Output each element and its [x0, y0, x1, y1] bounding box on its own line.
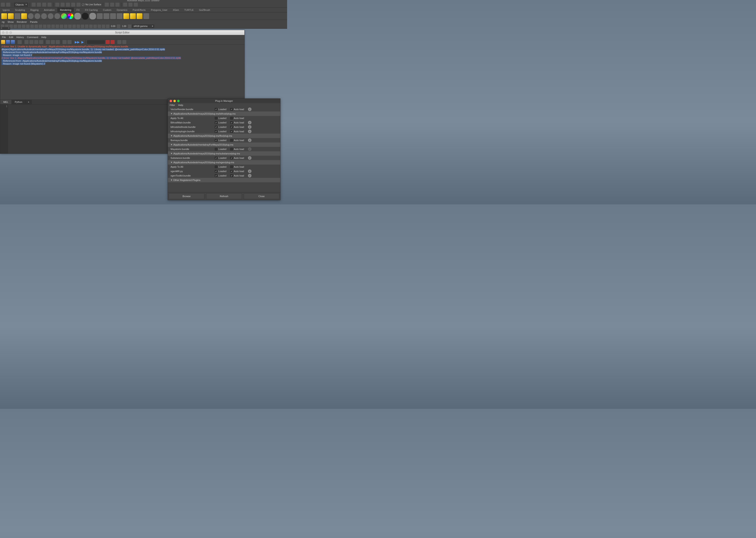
view-icon[interactable] [81, 25, 84, 28]
save-icon[interactable] [6, 40, 10, 44]
execute-all-icon[interactable]: ▶▶ [74, 40, 80, 44]
shelf-tab-custom[interactable]: Custom [100, 8, 114, 12]
clapper-icon[interactable] [104, 13, 109, 19]
goto-icon[interactable] [118, 40, 122, 44]
tab-mel[interactable]: MEL [0, 100, 12, 104]
shelf-tab-turtle[interactable]: TURTLE [181, 8, 196, 12]
render-icon[interactable] [134, 3, 138, 7]
checkbox[interactable] [215, 165, 218, 168]
view-icon[interactable] [76, 25, 80, 28]
checkbox[interactable] [215, 130, 218, 133]
material-sphere-icon[interactable] [34, 13, 40, 19]
render-view-icon[interactable] [8, 13, 14, 19]
checkbox[interactable] [215, 108, 218, 111]
material-sphere-icon[interactable] [82, 13, 88, 20]
section-header[interactable]: ▼/Applications/Autodesk/mentalrayForMaya… [168, 142, 280, 147]
info-icon[interactable]: i [248, 108, 251, 111]
menu-edit[interactable]: Edit [9, 36, 13, 38]
search-up-icon[interactable] [111, 40, 115, 44]
close-button[interactable]: Close [244, 193, 279, 199]
checkbox[interactable] [215, 157, 218, 159]
view-icon[interactable] [85, 25, 88, 28]
panel-menu-panels[interactable]: Panels [30, 21, 38, 23]
checkbox[interactable] [230, 139, 233, 141]
shelf-tab-polygons_user[interactable]: Polygons_User [148, 8, 170, 12]
search-input[interactable] [87, 40, 105, 44]
history-icon[interactable] [46, 40, 50, 44]
minimize-icon[interactable] [174, 100, 176, 102]
color-icon[interactable] [128, 25, 131, 28]
material-sphere-icon[interactable] [41, 13, 47, 19]
shelf-tab-sculpting[interactable]: Sculpting [12, 8, 27, 12]
history-icon[interactable] [56, 40, 60, 44]
layered-shader-icon[interactable] [68, 13, 74, 19]
window-titlebar[interactable]: Script Editor [0, 30, 244, 35]
view-icon[interactable] [43, 25, 46, 28]
menu-help[interactable]: Help [41, 36, 46, 38]
view-icon[interactable] [22, 25, 25, 28]
view-icon[interactable] [56, 25, 59, 28]
render-icon[interactable] [123, 3, 127, 7]
view-icon[interactable] [72, 25, 76, 28]
view-icon[interactable] [51, 25, 55, 28]
section-header[interactable]: ▼/Applications/Autodesk/maya2016/plug-in… [168, 160, 280, 165]
plugin-list[interactable]: VectorRender.bundleLoadedAuto loadi▼/App… [168, 107, 280, 192]
section-header[interactable]: ▼Other Registered Plugins [168, 178, 280, 182]
open-icon[interactable] [1, 40, 5, 44]
view-icon[interactable] [47, 25, 51, 28]
redo-icon[interactable] [6, 3, 10, 7]
zoom-icon[interactable] [10, 31, 12, 34]
panel-menu-ng[interactable]: ng [2, 21, 4, 23]
browse-button[interactable]: Browse [169, 193, 204, 199]
minimize-icon[interactable] [6, 31, 8, 34]
material-sphere-icon[interactable] [54, 13, 60, 19]
execute-icon[interactable]: ▶ [81, 40, 84, 44]
shelf-tab-rigging[interactable]: Rigging [27, 8, 41, 12]
layout-icon[interactable] [110, 3, 114, 7]
clear-icon[interactable] [25, 40, 28, 44]
info-icon[interactable]: i [248, 170, 251, 173]
view-icon[interactable] [30, 25, 34, 28]
clapper-icon[interactable] [117, 13, 123, 19]
close-icon[interactable] [2, 31, 4, 34]
view-icon[interactable] [106, 25, 110, 28]
checkbox[interactable] [215, 148, 218, 150]
clapper-icon[interactable] [97, 13, 103, 19]
refresh-button[interactable]: Refresh [206, 193, 242, 199]
info-icon[interactable]: i [248, 138, 251, 142]
checkbox[interactable] [230, 157, 233, 159]
ramp-material-icon[interactable] [61, 13, 67, 19]
history-icon[interactable] [76, 3, 80, 7]
material-sphere-icon[interactable] [89, 13, 96, 20]
layout-icon[interactable] [116, 3, 120, 7]
clear-icon[interactable] [39, 40, 43, 44]
section-header[interactable]: ▼/Applications/Autodesk/maya2016/plug-in… [168, 112, 280, 116]
checkbox[interactable] [230, 121, 233, 124]
info-icon[interactable]: i [248, 130, 251, 133]
shelf-tab-fx caching[interactable]: FX Caching [82, 8, 100, 12]
target-icon[interactable] [143, 13, 149, 19]
window-titlebar[interactable]: Plug-in Manager [168, 99, 280, 103]
live-surface-indicator[interactable]: No Live Surface [82, 3, 101, 6]
history-icon[interactable] [51, 40, 55, 44]
goto-icon[interactable] [122, 40, 126, 44]
render-icon[interactable] [128, 3, 132, 7]
shelf-tab-painteffects[interactable]: PaintEffects [130, 8, 148, 12]
info-icon[interactable]: i [248, 121, 251, 124]
menu-filter[interactable]: Filter [170, 104, 175, 106]
checkbox[interactable] [230, 130, 233, 133]
material-sphere-icon[interactable] [48, 13, 54, 19]
checkbox[interactable] [215, 126, 218, 128]
snap-point-icon[interactable] [42, 3, 46, 7]
info-icon[interactable]: i [248, 174, 251, 178]
view-icon[interactable] [98, 25, 101, 28]
view-icon[interactable] [89, 25, 93, 28]
checkbox[interactable] [230, 126, 233, 128]
script-output[interactable]: // Error: line 1: Unable to dynamically … [0, 45, 244, 99]
snap-grid-icon[interactable] [32, 3, 36, 7]
close-icon[interactable] [170, 100, 172, 102]
menu-file[interactable]: File [2, 36, 6, 38]
view-icon[interactable] [68, 25, 72, 28]
shelf-tab-xgen[interactable]: XGen [170, 8, 181, 12]
shelf-tab-fx[interactable]: FX [74, 8, 82, 12]
